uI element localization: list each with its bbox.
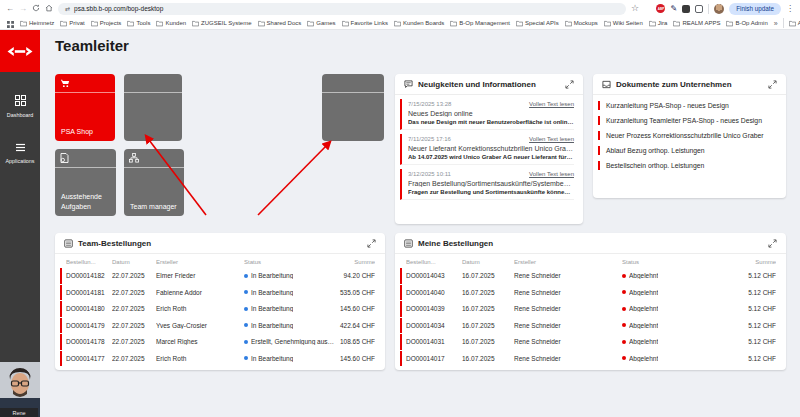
bookmark-folder[interactable]: Tools: [127, 20, 150, 27]
sidebar-item-dashboard[interactable]: Dashboard: [0, 92, 40, 118]
apps-grid-icon[interactable]: [7, 17, 14, 30]
table-row[interactable]: DO00014043 16.07.2025 Rene Schneider Abg…: [400, 268, 776, 284]
site-settings-icon[interactable]: ⇄: [65, 5, 70, 12]
back-icon[interactable]: ←: [6, 5, 14, 13]
expand-icon[interactable]: [768, 239, 777, 248]
user-avatar[interactable]: Rene: [0, 362, 40, 417]
folder-icon: [20, 20, 27, 27]
adblock-extension-icon[interactable]: ABP: [656, 4, 665, 13]
read-full-text-link[interactable]: Vollen Text lesen: [529, 101, 574, 107]
all-bookmarks-button[interactable]: All Bookmarks: [789, 20, 800, 27]
bookmark-folder[interactable]: Heimnetz: [20, 20, 54, 27]
bookmark-folder[interactable]: Wiki Seiten: [604, 20, 643, 27]
document-link[interactable]: Neuer Prozess Korrektionsschutzbrille Un…: [598, 131, 777, 140]
status-dot: [244, 323, 248, 327]
bookmark-folder[interactable]: REALM APPS: [673, 20, 720, 27]
order-number: DO00014031: [406, 338, 462, 345]
bookmark-folder[interactable]: Mockups: [565, 20, 598, 27]
bookmark-folder[interactable]: Privat: [60, 20, 84, 27]
extensions-icon[interactable]: [695, 5, 703, 13]
table-row[interactable]: DO00014017 16.07.2025 Rene Schneider Abg…: [400, 351, 776, 367]
table-row[interactable]: DO00014181 22.07.2025 Fabienne Addor In …: [60, 285, 375, 301]
bookmark-folder[interactable]: Kunden: [156, 20, 186, 27]
order-date: 16.07.2025: [462, 355, 514, 362]
table-row[interactable]: DO00014040 16.07.2025 Rene Schneider Abg…: [400, 285, 776, 301]
browser-profile-avatar[interactable]: [714, 4, 724, 14]
table-row[interactable]: DO00014182 22.07.2025 Elmer Frieder In B…: [60, 268, 375, 284]
table-row[interactable]: DO00014178 22.07.2025 Marcel Righes Erst…: [60, 334, 375, 350]
news-snippet: Das neue Design mit neuer Benutzeroberfl…: [408, 119, 574, 125]
order-sum: 94.20 CHF: [338, 272, 375, 279]
news-snippet: Fragen zur Bestellung und Sortimentsausk…: [408, 189, 574, 195]
sbb-logo[interactable]: [0, 30, 40, 72]
browser-menu-icon[interactable]: ⋮: [786, 4, 794, 13]
folder-icon: [789, 20, 796, 27]
home-icon[interactable]: [45, 4, 53, 14]
bookmark-folder[interactable]: Games: [307, 20, 335, 27]
table-row[interactable]: DO00014180 22.07.2025 Erich Roth In Bear…: [60, 301, 375, 317]
order-status: In Bearbeitung: [244, 272, 338, 279]
news-panel-title: Neuigkeiten und Informationen: [418, 80, 536, 89]
arrow-to-tile-2: [258, 142, 330, 215]
table-row[interactable]: DO00014179 22.07.2025 Yves Gay-Crosier I…: [60, 318, 375, 334]
documents-panel-title: Dokumente zum Unternehmen: [616, 80, 732, 89]
table-row[interactable]: DO00014031 16.07.2025 Rene Schneider Abg…: [400, 334, 776, 350]
address-bar[interactable]: ⇄ psa.sbb.b-op.com/bop-desktop: [58, 3, 626, 15]
folder-icon: [649, 20, 656, 27]
table-row[interactable]: DO00014177 22.07.2025 Erich Roth In Bear…: [60, 351, 375, 367]
bookmark-folder[interactable]: Special APIs: [516, 20, 559, 27]
bookmark-folder[interactable]: B-Op Management: [450, 20, 510, 27]
org-chart-icon: [129, 153, 139, 163]
reload-icon[interactable]: [32, 4, 40, 14]
expand-icon[interactable]: [768, 80, 777, 89]
bookmark-folder[interactable]: B-Op Admin: [726, 20, 767, 27]
order-status: In Bearbeitung: [244, 322, 338, 329]
document-link[interactable]: Ablauf Bezug orthop. Leistungen: [598, 146, 777, 155]
order-date: 22.07.2025: [112, 338, 156, 345]
document-link[interactable]: Bestellschein orthop. Leistungen: [598, 161, 777, 170]
read-full-text-link[interactable]: Vollen Text lesen: [529, 171, 574, 177]
table-row[interactable]: DO00014034 16.07.2025 Rene Schneider Abg…: [400, 318, 776, 334]
bookmark-folder[interactable]: ZUGSEIL Systeme: [192, 20, 251, 27]
folder-icon: [604, 20, 611, 27]
tile-empty-1[interactable]: [124, 74, 182, 141]
order-number: DO00014017: [406, 355, 462, 362]
order-status: In Bearbeitung: [244, 289, 338, 296]
order-status: Abgelehnt: [622, 305, 740, 312]
team-orders-panel: Team-Bestellungen Bestellun... Datum Ers…: [55, 233, 385, 370]
news-title: Fragen Bestellung/Sortimentsauskünfte/Sy…: [408, 180, 574, 187]
forward-icon[interactable]: →: [19, 5, 27, 13]
tile-empty-2[interactable]: [322, 74, 384, 141]
order-creator: Rene Schneider: [514, 338, 622, 345]
table-row[interactable]: DO00014039 16.07.2025 Rene Schneider Abg…: [400, 301, 776, 317]
pen-extension-icon[interactable]: ✎: [670, 5, 677, 13]
expand-icon[interactable]: [565, 80, 574, 89]
read-full-text-link[interactable]: Vollen Text lesen: [529, 136, 574, 142]
finish-update-button[interactable]: Finish update: [729, 3, 781, 15]
document-link[interactable]: Kurzanleitung PSA-Shop - neues Design: [598, 101, 777, 110]
status-dot: [622, 356, 626, 360]
bookmark-star-icon[interactable]: ☆: [631, 4, 639, 13]
expand-icon[interactable]: [367, 239, 376, 248]
bookmark-folder[interactable]: Shared Docs: [258, 20, 302, 27]
bookmarks-divider: [783, 18, 784, 28]
bookmark-folder[interactable]: Kunden Boards: [394, 20, 444, 27]
tile-psa-shop[interactable]: PSA Shop: [55, 74, 115, 141]
tile-ausstehende-aufgaben[interactable]: Ausstehende Aufgaben: [55, 149, 116, 216]
folder-icon: [192, 20, 199, 27]
order-number: DO00014043: [406, 272, 462, 279]
order-creator: Erich Roth: [156, 355, 244, 362]
tile-team-manager[interactable]: Team manager: [124, 149, 184, 216]
order-creator: Rene Schneider: [514, 272, 622, 279]
order-sum: 5.12 CHF: [740, 305, 776, 312]
bookmarks-overflow-icon[interactable]: »: [774, 20, 778, 27]
sidebar-item-applications[interactable]: Applications: [0, 138, 40, 164]
order-status: Erstellt, Genehmigung ausst...: [244, 338, 338, 345]
status-dot: [622, 290, 626, 294]
bookmark-folder[interactable]: Favorite Links: [342, 20, 388, 27]
bookmark-folder[interactable]: Jira: [649, 20, 668, 27]
dark-extension-icon[interactable]: [682, 5, 690, 13]
document-link[interactable]: Kurzanleitung Teamleiter PSA-Shop - neue…: [598, 116, 777, 125]
bookmark-folder[interactable]: Projects: [91, 20, 122, 27]
url-text: psa.sbb.b-op.com/bop-desktop: [74, 5, 163, 12]
